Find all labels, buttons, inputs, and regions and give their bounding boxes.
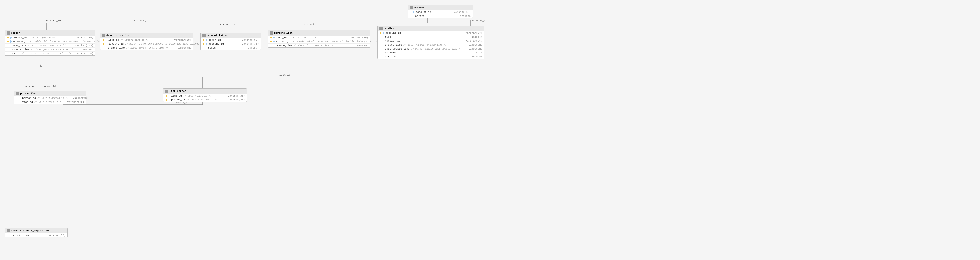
grid-icon	[7, 32, 10, 35]
col-type: timestamp	[465, 43, 482, 46]
col-name: type	[385, 36, 467, 38]
table-row: policies text	[377, 51, 484, 55]
table-row: account_id varchar(36)	[408, 10, 473, 14]
table-persons-list-header: persons_list	[268, 30, 370, 36]
table-person-face-header: person_face	[14, 91, 86, 96]
col-type: varchar(36)	[69, 97, 90, 100]
col-name: external_id /* str: person external id *…	[12, 52, 72, 55]
table-account: account account_id varchar(36) active bo…	[407, 5, 473, 18]
svg-text:account_id: account_id	[220, 23, 235, 26]
col-type: timestamp	[351, 44, 368, 47]
col-type: varchar(128)	[71, 44, 93, 47]
table-account-name: account	[414, 6, 425, 9]
table-row: create_time /* list: person create time …	[100, 46, 193, 50]
table-row: type integer	[377, 35, 484, 39]
pk-fk-icon	[410, 11, 415, 13]
svg-text:list_id: list_id	[280, 73, 290, 76]
table-row: account_id varchar(36)	[377, 31, 484, 35]
svg-text:person_id: person_id	[42, 85, 56, 88]
table-row: person_id /* uuid4: person id */ varchar…	[5, 36, 95, 40]
table-row: active boolean	[408, 14, 473, 18]
table-person: person person_id /* uuid4: person id */ …	[5, 30, 95, 55]
table-row: account_id /* uuid4: id of the account t…	[268, 40, 370, 44]
col-name: handler_id	[385, 40, 461, 42]
col-name: create_time /* date: handler create time…	[385, 43, 464, 46]
col-name: account_id /* uuid4: id of the account t…	[108, 43, 204, 45]
col-name: account_id	[208, 43, 237, 45]
col-name: list_id /* uuid4: list id */	[108, 39, 170, 41]
col-name: token_id	[208, 39, 237, 41]
table-row: user_data /* str: person user data */ va…	[5, 44, 95, 48]
table-person-face-name: person_face	[20, 92, 37, 95]
col-type: varchar(36)	[73, 36, 93, 39]
table-list-person-name: list_person	[169, 90, 186, 92]
col-type: varchar(36)	[64, 101, 84, 103]
table-persons-list-name: persons_list	[274, 32, 293, 35]
col-type: varchar(36)	[224, 98, 245, 101]
col-type: varchar	[244, 46, 259, 49]
grid-icon	[270, 32, 273, 35]
table-row: handler_id varchar(36)	[377, 39, 484, 43]
diagram-canvas: account_id account_id account_id account…	[0, 0, 980, 260]
table-person-face: person_face person_id /* uuid4: person i…	[14, 91, 86, 104]
col-type: timestamp	[174, 46, 191, 49]
col-name: policies	[385, 51, 472, 54]
grid-icon	[379, 27, 383, 30]
table-migrations-name: luna-backport3_migrations	[11, 229, 49, 232]
grid-icon	[202, 34, 206, 37]
col-type: varchar(36)	[347, 36, 368, 39]
col-type: varchar(36)	[73, 52, 93, 55]
col-type: varchar(36)	[238, 39, 259, 41]
col-name: create_time /* list: person create time …	[108, 46, 173, 49]
col-name: face_id /* uuid4: face id */	[22, 101, 62, 103]
col-type: timestamp	[76, 48, 93, 51]
table-person-header: person	[5, 30, 95, 36]
table-row: account_id varchar(36)	[200, 42, 261, 46]
col-name: account_id	[385, 32, 461, 35]
table-row: create_time /* date: person create time …	[5, 48, 95, 52]
col-type: varchar(36)	[450, 11, 471, 13]
grid-icon	[102, 34, 105, 37]
table-row: external_id /* str: person external id *…	[5, 52, 95, 55]
col-name: version_num	[12, 234, 44, 237]
col-type: varchar(36)	[461, 32, 482, 35]
table-list-person: list_person list_id /* uuid4: list id */…	[163, 88, 247, 102]
table-person-name: person	[11, 32, 20, 35]
grid-icon	[7, 229, 10, 232]
col-name: list_id /* uuid4: list id */	[276, 36, 347, 39]
col-name: user_data /* str: person user data */	[12, 44, 70, 47]
table-row: version integer	[377, 55, 484, 59]
col-name: active	[415, 15, 455, 17]
col-name: last_update_time /* date: handler last u…	[385, 48, 464, 50]
table-row: token_id varchar(36)	[200, 38, 261, 42]
table-row: token varchar	[200, 46, 261, 50]
grid-icon	[410, 6, 413, 9]
grid-icon	[16, 92, 19, 95]
table-handler-name: handler	[383, 27, 394, 30]
table-row: list_id /* uuid4: list id */ varchar(36)	[268, 36, 370, 40]
table-account-token-header: account_token	[200, 33, 261, 38]
table-descriptors-list: descriptors_list list_id /* uuid4: list …	[100, 33, 193, 50]
table-row: account_id /* uuid4: id of the account t…	[100, 42, 193, 46]
table-descriptors-list-header: descriptors_list	[100, 33, 193, 38]
col-name: create_time /* date: person create time …	[12, 48, 75, 51]
grid-icon	[165, 90, 169, 93]
col-type: boolean	[456, 15, 471, 17]
col-type: varchar(36)	[461, 40, 482, 42]
table-account-header: account	[408, 5, 473, 10]
table-row: person_id /* uuid4: person id */ varchar…	[163, 98, 247, 101]
table-row: account_id /* uuid4: id of the account t…	[5, 40, 95, 44]
table-persons-list: persons_list list_id /* uuid4: list id *…	[268, 30, 370, 48]
table-row: create_time /* date: handler create time…	[377, 43, 484, 47]
svg-text:account_id: account_id	[304, 23, 319, 26]
col-type: integer	[468, 55, 482, 58]
table-row: list_id /* uuid4: list id */ varchar(36)	[163, 94, 247, 98]
table-account-token: account_token token_id varchar(36) accou…	[200, 33, 261, 50]
svg-text:person_id: person_id	[24, 85, 38, 88]
svg-text:account_id: account_id	[472, 19, 487, 22]
svg-text:account_id: account_id	[134, 19, 149, 22]
table-row: person_id /* uuid4: person id */ varchar…	[14, 96, 86, 100]
table-row: face_id /* uuid4: face id */ varchar(36)	[14, 100, 86, 104]
col-name: token	[208, 46, 243, 49]
col-name: person_id /* uuid4: person id */	[13, 36, 72, 39]
